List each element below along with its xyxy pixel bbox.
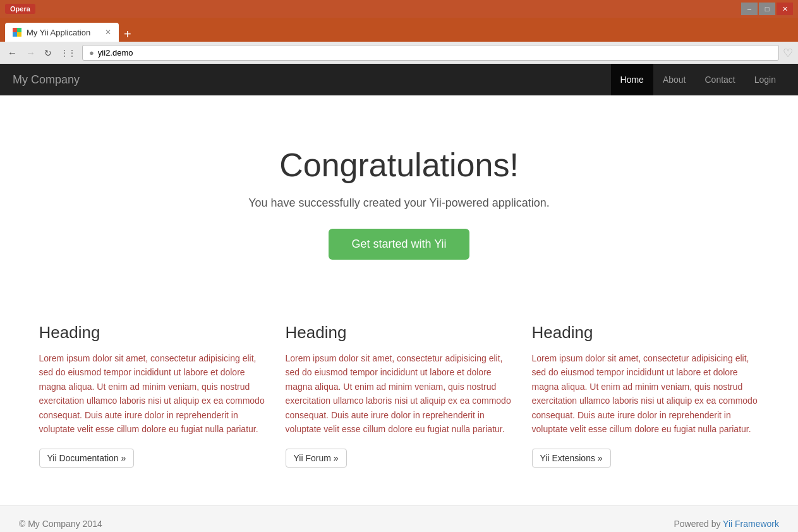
feature-2-body: Lorem ipsum dolor sit amet, consectetur … bbox=[286, 351, 513, 436]
feature-col-2: Heading Lorem ipsum dolor sit amet, cons… bbox=[286, 323, 513, 468]
reload-button[interactable]: ↻ bbox=[42, 47, 54, 59]
webpage-content: My Company Home About Contact Login Cong… bbox=[0, 64, 798, 532]
nav-link-contact[interactable]: Contact bbox=[695, 64, 744, 95]
nav-item-about: About bbox=[653, 64, 696, 95]
feature-1-body: Lorem ipsum dolor sit amet, consectetur … bbox=[39, 351, 267, 436]
cta-button[interactable]: Get started with Yii bbox=[329, 229, 469, 260]
hero-heading: Congratulations! bbox=[13, 146, 785, 184]
tab-favicon bbox=[13, 28, 21, 37]
close-button[interactable]: ✕ bbox=[777, 3, 793, 15]
feature-3-heading: Heading bbox=[532, 323, 759, 342]
feature-2-button[interactable]: Yii Forum » bbox=[286, 449, 347, 468]
feature-3-button[interactable]: Yii Extensions » bbox=[532, 449, 611, 468]
nav-link-login[interactable]: Login bbox=[745, 64, 785, 95]
maximize-button[interactable]: □ bbox=[759, 3, 775, 15]
minimize-button[interactable]: – bbox=[741, 3, 758, 15]
secure-icon: ● bbox=[89, 48, 94, 57]
features-section: Heading Lorem ipsum dolor sit amet, cons… bbox=[20, 298, 778, 505]
grid-button[interactable]: ⋮⋮ bbox=[58, 47, 78, 59]
footer-powered-by: Powered by Yii Framework bbox=[674, 519, 779, 529]
nav-link-about[interactable]: About bbox=[653, 64, 696, 95]
favorite-button[interactable]: ♡ bbox=[783, 46, 793, 60]
feature-col-3: Heading Lorem ipsum dolor sit amet, cons… bbox=[532, 323, 759, 468]
feature-1-heading: Heading bbox=[39, 323, 267, 342]
tab-close-icon[interactable]: ✕ bbox=[105, 28, 111, 37]
nav-link-home[interactable]: Home bbox=[611, 64, 653, 95]
footer: © My Company 2014 Powered by Yii Framewo… bbox=[0, 505, 798, 532]
url-text: yii2.demo bbox=[98, 48, 133, 57]
new-tab-button[interactable]: + bbox=[119, 28, 136, 40]
active-tab[interactable]: My Yii Application ✕ bbox=[5, 23, 119, 42]
navbar-brand[interactable]: My Company bbox=[13, 73, 80, 87]
back-button[interactable]: ← bbox=[5, 46, 20, 59]
navbar-nav: Home About Contact Login bbox=[611, 64, 785, 95]
nav-item-home: Home bbox=[611, 64, 653, 95]
address-bar[interactable]: ● yii2.demo bbox=[82, 45, 779, 61]
opera-logo: Opera bbox=[5, 4, 35, 14]
forward-button[interactable]: → bbox=[23, 46, 38, 59]
footer-copyright: © My Company 2014 bbox=[19, 519, 102, 529]
feature-3-body: Lorem ipsum dolor sit amet, consectetur … bbox=[532, 351, 759, 436]
yii-framework-link[interactable]: Yii Framework bbox=[723, 519, 779, 529]
hero-subheading: You have successfully created your Yii-p… bbox=[13, 196, 785, 210]
tab-title: My Yii Application bbox=[27, 28, 90, 37]
nav-item-login: Login bbox=[745, 64, 785, 95]
hero-section: Congratulations! You have successfully c… bbox=[0, 95, 798, 298]
feature-col-1: Heading Lorem ipsum dolor sit amet, cons… bbox=[39, 323, 267, 468]
feature-1-button[interactable]: Yii Documentation » bbox=[39, 449, 135, 468]
nav-item-contact: Contact bbox=[695, 64, 744, 95]
navbar: My Company Home About Contact Login bbox=[0, 64, 798, 95]
feature-2-heading: Heading bbox=[286, 323, 513, 342]
